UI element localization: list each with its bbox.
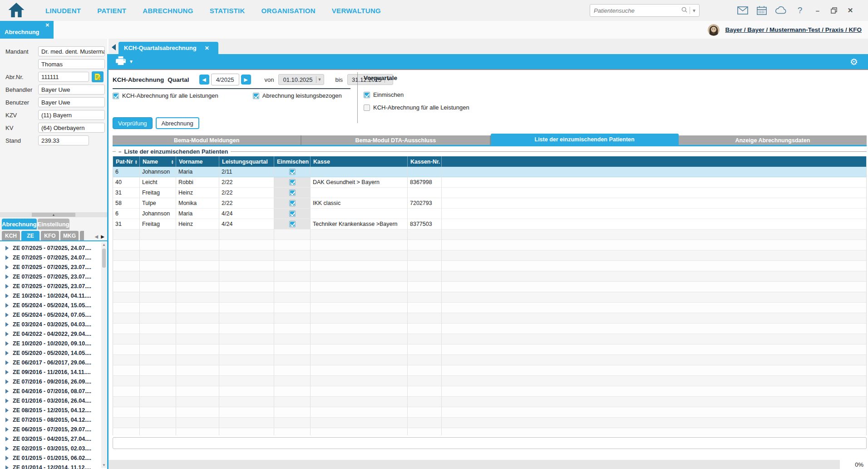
- field-value[interactable]: Bayer Uwe: [38, 85, 105, 95]
- tree-item[interactable]: ZE 07/2025 - 07/2025, 23.07....: [0, 272, 107, 281]
- quartal-next-button[interactable]: ▶: [241, 75, 251, 85]
- workspace-tab-abrechnung[interactable]: Abrechnung ✕: [0, 21, 54, 39]
- help-icon[interactable]: ?: [794, 5, 805, 15]
- message-box[interactable]: [113, 437, 867, 449]
- tree-item[interactable]: ZE 09/2016 - 11/2016, 14.11....: [0, 367, 107, 377]
- field-value[interactable]: 239.33: [38, 135, 89, 145]
- document-tab-close-icon[interactable]: ✕: [205, 45, 209, 51]
- splitter-handle-icon[interactable]: ▲: [32, 213, 75, 217]
- user-context-link[interactable]: Bayer / Bayer / Mustermann-Test / Praxis…: [725, 26, 862, 33]
- expander-icon[interactable]: [5, 379, 9, 384]
- sort-icon[interactable]: ▲▼: [135, 160, 138, 164]
- search-dropdown-icon[interactable]: ▼: [692, 8, 699, 13]
- column-header[interactable]: Name ▲▼: [140, 156, 176, 167]
- tree-item[interactable]: ZE 07/2016 - 09/2016, 26.09....: [0, 377, 107, 386]
- abrechnung-button[interactable]: Abrechnung: [156, 117, 199, 129]
- collapse-dash-icon[interactable]: −: [118, 150, 121, 153]
- tree-item[interactable]: ZE 05/2024 - 05/2024, 15.05....: [0, 300, 107, 310]
- tree-item[interactable]: ZE 02/2015 - 03/2015, 02.03....: [0, 444, 107, 453]
- field-value[interactable]: Bayer Uwe: [38, 97, 105, 107]
- tree-item[interactable]: ZE 10/2024 - 10/2024, 04.11....: [0, 291, 107, 300]
- tree-item[interactable]: ZE 05/2020 - 05/2020, 14.05....: [0, 348, 107, 358]
- tree-item[interactable]: ZE 10/2020 - 10/2020, 09.10....: [0, 339, 107, 348]
- edit-note-button[interactable]: [92, 71, 104, 82]
- table-row[interactable]: 31 Freitag Heinz 2/22: [113, 188, 866, 198]
- tree-item[interactable]: ZE 07/2015 - 08/2015, 04.12....: [0, 415, 107, 424]
- scroll-down-icon[interactable]: ▼: [102, 463, 106, 468]
- billing-option-checkbox[interactable]: KCH-Abrechnung für alle Leistungen: [113, 92, 218, 99]
- tree-item[interactable]: ZE 07/2025 - 07/2025, 24.07....: [0, 243, 107, 253]
- column-header[interactable]: Kasse ▲▼: [311, 156, 408, 167]
- sub-tab-partial[interactable]: [80, 231, 84, 240]
- field-value[interactable]: (11) Bayern: [38, 110, 105, 120]
- calendar-icon[interactable]: [756, 5, 767, 15]
- einmischen-checkbox[interactable]: [289, 169, 296, 175]
- sub-tab[interactable]: ZE: [21, 231, 39, 240]
- expander-icon[interactable]: [5, 255, 9, 260]
- tree-item[interactable]: ZE 06/2017 - 06/2017, 29.06....: [0, 358, 107, 367]
- vorquartale-option-checkbox[interactable]: Einmischen: [364, 91, 469, 98]
- expander-icon[interactable]: [5, 418, 9, 422]
- von-dropdown-icon[interactable]: ▼: [318, 77, 322, 82]
- sidebar-tab[interactable]: Einstellung: [38, 219, 69, 230]
- column-header[interactable]: Kassen-Nr. ▲▼: [408, 156, 442, 167]
- table-row[interactable]: 6 Johannson Maria 4/24: [113, 209, 866, 219]
- column-header[interactable]: Vorname ▲▼: [176, 156, 219, 167]
- minimize-icon[interactable]: –: [814, 5, 822, 15]
- quartal-input[interactable]: [211, 74, 239, 85]
- expander-icon[interactable]: [5, 246, 9, 250]
- cloud-icon[interactable]: [775, 5, 786, 15]
- settings-gear-icon[interactable]: ⚙: [850, 56, 858, 67]
- expander-icon[interactable]: [5, 360, 9, 365]
- scroll-up-icon[interactable]: ▲: [102, 242, 106, 248]
- menu-item-patient[interactable]: PATIENT: [97, 7, 126, 15]
- workspace-tab-close-icon[interactable]: ✕: [45, 22, 49, 28]
- scroll-left-icon[interactable]: ◀: [95, 234, 99, 239]
- tree-item[interactable]: ZE 04/2016 - 07/2016, 08.07....: [0, 386, 107, 396]
- quartal-prev-button[interactable]: ◀: [199, 75, 209, 85]
- table-row[interactable]: 40 Leicht Robbi 2/22 DAK Gesundheit > Ba…: [113, 177, 866, 188]
- search-icon[interactable]: [681, 6, 688, 15]
- menu-item-organisation[interactable]: ORGANISATION: [261, 7, 316, 15]
- scroll-right-icon[interactable]: ▶: [101, 234, 104, 239]
- checkbox-icon[interactable]: [364, 92, 370, 98]
- einmischen-checkbox[interactable]: [289, 179, 296, 185]
- von-date-field[interactable]: 01.10.2025 ▼: [278, 74, 324, 85]
- vorpruefung-button[interactable]: Vorprüfung: [113, 117, 153, 129]
- checkbox-icon[interactable]: [113, 93, 119, 99]
- document-tab-kch-quartalsabrechnung[interactable]: KCH-Quartalsabrechnung ✕: [118, 42, 218, 54]
- field-value[interactable]: Dr. med. dent. Musterma: [38, 46, 105, 56]
- expander-icon[interactable]: [5, 313, 9, 317]
- expander-icon[interactable]: [5, 322, 9, 327]
- print-button[interactable]: ▼: [116, 56, 133, 67]
- expander-icon[interactable]: [5, 437, 9, 441]
- expander-icon[interactable]: [5, 265, 9, 269]
- menu-item-linudent[interactable]: LINUDENT: [45, 7, 81, 15]
- sort-icon[interactable]: ▲▼: [171, 160, 174, 164]
- sidebar-tab[interactable]: Abrechnung: [2, 219, 37, 230]
- table-row[interactable]: 6 Johannson Maria 2/11: [113, 167, 866, 177]
- expander-icon[interactable]: [5, 332, 9, 336]
- expander-icon[interactable]: [5, 370, 9, 374]
- tree-item[interactable]: ZE 04/2022 - 04/2022, 29.04....: [0, 329, 107, 339]
- column-header[interactable]: Leistungsquartal ▲▼: [219, 156, 274, 167]
- close-icon[interactable]: ✕: [846, 5, 854, 15]
- scrollbar-thumb[interactable]: [102, 249, 106, 268]
- tree-scrollbar[interactable]: ▲ ▼: [101, 242, 107, 468]
- sub-tab[interactable]: MKG: [60, 231, 79, 240]
- expander-icon[interactable]: [5, 284, 9, 289]
- result-tab[interactable]: Anzeige Abrechnungsdaten: [679, 135, 867, 145]
- expander-icon[interactable]: [5, 303, 9, 308]
- einmischen-checkbox[interactable]: [289, 200, 296, 206]
- expander-icon[interactable]: [5, 389, 9, 394]
- table-row[interactable]: 58 Tulpe Monika 2/22 IKK classic 7202793: [113, 198, 866, 209]
- tree-item[interactable]: ZE 05/2024 - 05/2024, 07.05....: [0, 310, 107, 319]
- tree-item[interactable]: ZE 03/2015 - 04/2015, 27.04....: [0, 434, 107, 444]
- tree-item[interactable]: ZE 06/2015 - 07/2015, 29.07....: [0, 424, 107, 434]
- einmischen-checkbox[interactable]: [289, 210, 296, 217]
- field-value[interactable]: 111111: [38, 72, 89, 82]
- vorquartale-option-checkbox[interactable]: KCH-Abrechnung für alle Leistungen: [364, 104, 469, 111]
- expander-icon[interactable]: [5, 427, 9, 432]
- tree-item[interactable]: ZE 07/2025 - 07/2025, 24.07....: [0, 253, 107, 262]
- einmischen-checkbox[interactable]: [289, 190, 296, 196]
